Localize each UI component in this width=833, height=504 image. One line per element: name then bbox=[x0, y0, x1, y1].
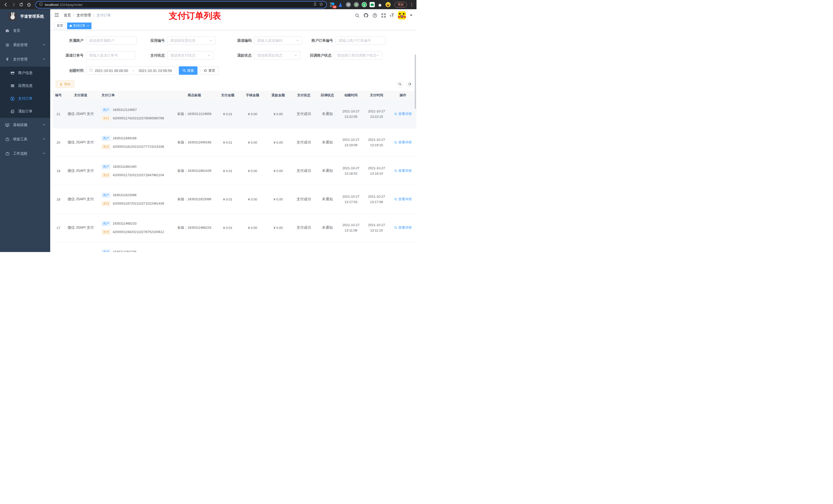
merchant-tag-badge: 商户 bbox=[101, 107, 111, 113]
browser-menu-icon[interactable] bbox=[411, 3, 412, 6]
github-icon[interactable] bbox=[363, 13, 368, 18]
cell-actions: 查看详情 bbox=[389, 225, 416, 230]
table-row[interactable]: 商户1635311054736 支付 bbox=[53, 242, 416, 252]
sidebar-item-6[interactable]: 退款订单 bbox=[0, 105, 50, 118]
refund-icon bbox=[10, 110, 15, 114]
merchant-order-number: 1635311823086 bbox=[113, 193, 137, 197]
merchant-tag-badge: 商户 bbox=[101, 249, 111, 252]
status-extension-icon[interactable] bbox=[354, 2, 359, 7]
browser-update-button[interactable]: 更新 bbox=[395, 2, 407, 8]
bookmark-star-icon[interactable] bbox=[319, 2, 323, 7]
merchant-select[interactable]: 请选择所属商户 bbox=[86, 37, 137, 45]
tag-home[interactable]: 首页 bbox=[54, 23, 66, 29]
app-logo[interactable]: 芋道管理系统 bbox=[0, 9, 50, 24]
shortcut-extension-icon[interactable]: ⌘ bbox=[346, 2, 351, 7]
table-row[interactable]: 20 微信 JSAPI 支付 商户1635311949168 支付4200001… bbox=[53, 128, 416, 157]
table-row[interactable]: 21 微信 JSAPI 支付 商户1635312124657 支付4200001… bbox=[53, 100, 416, 128]
merchant-order-no-input[interactable]: 请输入商户订单编号 bbox=[336, 37, 386, 45]
sidebar-item-label: 商户信息 bbox=[18, 71, 46, 75]
pay-order-number: 4200001174202110278060590766 bbox=[113, 116, 164, 120]
cell-pay-time: 2021-10-2713:22:15 bbox=[364, 109, 389, 120]
refund-status-select[interactable]: 请选择退款状态 bbox=[254, 51, 300, 60]
refresh-table-button[interactable] bbox=[406, 81, 413, 87]
sidebar-item-7[interactable]: 基础设施 bbox=[0, 118, 50, 132]
view-detail-link[interactable]: 查看详情 bbox=[394, 140, 412, 145]
site-info-icon[interactable] bbox=[39, 2, 43, 7]
app-select[interactable]: 请选择应用信息 bbox=[167, 37, 215, 45]
extensions-puzzle-icon[interactable] bbox=[378, 2, 383, 7]
breadcrumb-home[interactable]: 首页 bbox=[64, 13, 71, 18]
sidebar-item-9[interactable]: 工作流程 bbox=[0, 146, 50, 161]
cell-pay-channel: 微信 JSAPI 支付 bbox=[64, 197, 97, 201]
view-detail-link[interactable]: 查看详情 bbox=[394, 225, 412, 230]
tag-pay-order[interactable]: 支付订单× bbox=[67, 23, 91, 29]
date-range-input[interactable]: 2021-10-01 00:00:00 - 2021-10-31 23:59:5… bbox=[86, 66, 176, 75]
sidebar-item-8[interactable]: 研发工具 bbox=[0, 132, 50, 146]
channel-code-select[interactable]: 请输入渠道编码 bbox=[254, 37, 302, 45]
address-bar[interactable]: localhost :1024/pay/order bbox=[35, 1, 327, 8]
y-extension-icon[interactable]: y bbox=[362, 2, 367, 7]
filter-refund-status: 退款状态 请选择退款状态 bbox=[218, 51, 300, 60]
pay-order-table: 编号支付渠道支付订单商品标题支付金额手续金额退款金额支付状态回调状态创建时间支付… bbox=[53, 91, 416, 252]
sidebar-item-2[interactable]: ¥支付管理 bbox=[0, 52, 50, 67]
page-scrollbar[interactable] bbox=[415, 54, 416, 109]
search-icon[interactable] bbox=[355, 13, 360, 18]
tag-close-icon[interactable]: × bbox=[87, 24, 89, 28]
back-button[interactable] bbox=[2, 1, 10, 8]
chat-extension-icon[interactable] bbox=[370, 2, 375, 7]
view-detail-link[interactable]: 查看详情 bbox=[394, 197, 412, 201]
sidebar-toggle-icon[interactable] bbox=[54, 13, 59, 18]
cell-pay-amount: ¥ 0.01 bbox=[216, 141, 240, 144]
chevron-down-icon bbox=[208, 53, 211, 57]
cell-notify-status: 未通知 bbox=[317, 225, 338, 230]
sidebar-item-label: 研发工具 bbox=[13, 137, 42, 142]
sidebar-item-1[interactable]: 系统管理 bbox=[0, 38, 50, 52]
password-extension-icon[interactable]: 10 bbox=[330, 2, 335, 7]
cell-create-time: 2021-10-2713:22:05 bbox=[338, 109, 364, 120]
fullscreen-icon[interactable] bbox=[381, 13, 386, 18]
cell-actions: 查看详情 bbox=[389, 169, 416, 173]
caret-down-icon[interactable] bbox=[410, 15, 412, 16]
view-detail-link[interactable]: 查看详情 bbox=[394, 169, 412, 173]
sidebar-item-0[interactable]: 首页 bbox=[0, 24, 50, 38]
cell-refund-amount: ¥ 0.00 bbox=[265, 112, 291, 116]
cell-pay-channel: 微信 JSAPI 支付 bbox=[64, 112, 97, 116]
vpn-extension-icon[interactable] bbox=[338, 2, 343, 7]
cell-id: 18 bbox=[53, 197, 64, 201]
reset-button[interactable]: 重置 bbox=[200, 66, 219, 75]
emoji-profile-icon[interactable] bbox=[385, 2, 390, 7]
table-row[interactable]: 19 微信 JSAPI 支付 商户1635311881440 支付4200001… bbox=[53, 157, 416, 185]
notify-status-select[interactable]: 请选择订单回调商户状态 bbox=[334, 51, 382, 60]
cell-actions: 查看详情 bbox=[389, 112, 416, 116]
table-row[interactable]: 17 微信 JSAPI 支付 商户1635311468233 支付4200001… bbox=[53, 214, 416, 242]
pay-status-select[interactable]: 请选择支付状态 bbox=[167, 51, 214, 60]
export-button[interactable]: 导出 bbox=[56, 80, 74, 88]
cell-fee-amount: ¥ 0.00 bbox=[240, 197, 265, 201]
help-icon[interactable] bbox=[373, 13, 377, 18]
show-search-toggle-button[interactable] bbox=[397, 81, 403, 87]
cell-pay-order: 商户1635312124657 支付4200001174202110278060… bbox=[97, 107, 173, 121]
column-header-5: 手续金额 bbox=[240, 93, 265, 98]
pay-order-number: 4200001181202110277723215336 bbox=[113, 145, 164, 148]
share-icon[interactable] bbox=[313, 2, 317, 7]
sidebar-item-3[interactable]: 商户信息 bbox=[0, 67, 50, 79]
filter-app: 应用编号 请选择应用信息 bbox=[132, 37, 215, 45]
yen-icon: ¥ bbox=[5, 57, 9, 62]
search-button[interactable]: 搜索 bbox=[179, 66, 197, 75]
reload-button[interactable] bbox=[18, 1, 25, 8]
home-button[interactable] bbox=[25, 1, 33, 8]
channel-order-no-input[interactable]: 请输入渠道订单号 bbox=[86, 51, 135, 60]
forward-button[interactable] bbox=[10, 1, 18, 8]
chevron-down-icon bbox=[42, 152, 46, 156]
shop-icon bbox=[10, 71, 15, 75]
pay-order-number: 4200001173202110272847982104 bbox=[113, 173, 164, 177]
app-title: 芋道管理系统 bbox=[20, 14, 44, 19]
font-size-icon[interactable]: TT bbox=[390, 13, 394, 18]
table-row[interactable]: 18 微信 JSAPI 支付 商户1635311823086 支付4200001… bbox=[53, 185, 416, 214]
avatar[interactable] bbox=[398, 11, 406, 20]
sidebar-item-5[interactable]: 支付订单 bbox=[0, 92, 50, 105]
breadcrumb-pay-manage[interactable]: 支付管理 bbox=[77, 13, 91, 18]
sidebar-submenu: 商户信息应用信息支付订单退款订单 bbox=[0, 67, 50, 118]
sidebar-item-4[interactable]: 应用信息 bbox=[0, 79, 50, 92]
view-detail-link[interactable]: 查看详情 bbox=[394, 112, 412, 116]
